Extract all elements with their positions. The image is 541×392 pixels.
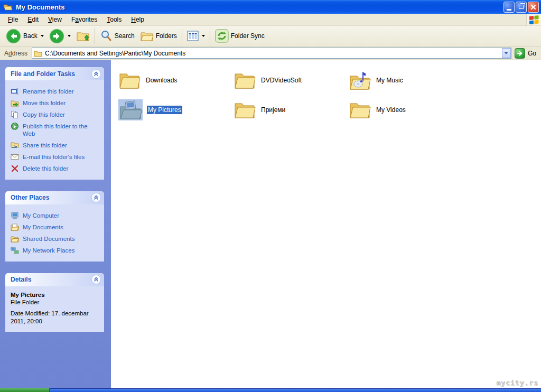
go-button[interactable] bbox=[515, 48, 525, 59]
folder-grid: Downloads DVDVideoSoft bbox=[115, 66, 541, 125]
folder-icon bbox=[234, 100, 256, 119]
place-my-documents[interactable]: My Documents bbox=[10, 221, 102, 233]
address-path: C:\Documents and Settings\Pantic\My Docu… bbox=[45, 50, 502, 57]
menu-edit[interactable]: Edit bbox=[23, 14, 43, 25]
place-my-network-places[interactable]: My Network Places bbox=[10, 245, 102, 256]
copy-icon bbox=[11, 110, 19, 119]
folder-icon bbox=[234, 71, 256, 90]
go-arrow-icon bbox=[517, 50, 523, 57]
taskbar-sliver bbox=[0, 388, 541, 392]
folder-item-my-pictures[interactable]: My Pictures bbox=[115, 95, 230, 125]
folder-item-my-music[interactable]: My Music bbox=[346, 66, 461, 95]
collapse-button[interactable] bbox=[91, 275, 101, 284]
watermark: mycity.rs bbox=[497, 379, 539, 387]
collapse-button[interactable] bbox=[91, 193, 101, 202]
forward-dropdown-icon[interactable] bbox=[68, 35, 71, 37]
close-button[interactable] bbox=[528, 2, 539, 13]
toolbar-separator bbox=[210, 28, 210, 44]
task-publish-folder[interactable]: Publish this folder to the Web bbox=[10, 120, 102, 139]
file-folder-tasks-body: Rename this folder Move this folder bbox=[5, 80, 104, 180]
address-dropdown-button[interactable] bbox=[502, 48, 511, 58]
email-icon bbox=[11, 153, 19, 161]
go-area: Go bbox=[515, 48, 539, 59]
task-copy-folder[interactable]: Copy this folder bbox=[10, 109, 102, 120]
details-header[interactable]: Details bbox=[5, 273, 104, 286]
views-button[interactable] bbox=[184, 30, 208, 42]
menu-file[interactable]: File bbox=[3, 14, 23, 25]
file-folder-tasks-panel: File and Folder Tasks Ren bbox=[5, 67, 104, 180]
toolbar-separator bbox=[182, 28, 182, 44]
taskbar-edge bbox=[50, 388, 541, 392]
chevron-down-icon bbox=[504, 52, 508, 54]
file-folder-tasks-header[interactable]: File and Folder Tasks bbox=[5, 67, 104, 80]
place-my-computer[interactable]: My Computer bbox=[10, 210, 102, 221]
chevron-up-icon bbox=[94, 71, 99, 77]
chevron-up-icon bbox=[94, 195, 99, 200]
details-body: My Pictures File Folder Date Modified: 1… bbox=[5, 286, 104, 332]
restore-button[interactable] bbox=[516, 2, 527, 13]
folder-item-downloads[interactable]: Downloads bbox=[115, 66, 230, 95]
views-icon bbox=[187, 31, 199, 41]
back-button[interactable]: Back bbox=[3, 27, 46, 45]
folder-pictures-selected-icon bbox=[118, 99, 143, 120]
content-area: File and Folder Tasks Ren bbox=[0, 60, 541, 388]
address-input[interactable]: C:\Documents and Settings\Pantic\My Docu… bbox=[32, 48, 511, 59]
other-places-header[interactable]: Other Places bbox=[5, 191, 104, 204]
delete-icon bbox=[11, 164, 19, 173]
task-move-folder[interactable]: Move this folder bbox=[10, 97, 102, 109]
folder-item-prijemi[interactable]: Пријеми bbox=[230, 95, 346, 125]
rename-icon bbox=[11, 87, 19, 96]
forward-button[interactable] bbox=[46, 27, 73, 45]
details-item-modified: Date Modified: 17. decembar 2011, 20:00 bbox=[11, 310, 100, 325]
my-network-places-icon bbox=[11, 246, 19, 255]
windows-logo bbox=[526, 14, 541, 25]
menu-favorites[interactable]: Favorites bbox=[67, 14, 102, 25]
task-rename-folder[interactable]: Rename this folder bbox=[10, 86, 102, 97]
start-button-edge[interactable] bbox=[0, 388, 50, 392]
search-icon bbox=[100, 30, 113, 42]
task-delete-folder[interactable]: Delete this folder bbox=[10, 163, 102, 174]
folder-music-icon bbox=[349, 70, 371, 91]
go-label[interactable]: Go bbox=[528, 50, 536, 57]
details-item-type: File Folder bbox=[11, 299, 100, 305]
panel-title: Details bbox=[11, 276, 31, 283]
folders-icon bbox=[140, 30, 154, 42]
up-folder-icon bbox=[76, 29, 90, 43]
my-documents-icon bbox=[11, 223, 19, 231]
back-dropdown-icon[interactable] bbox=[41, 35, 44, 37]
toolbar: Back Search bbox=[0, 26, 541, 46]
views-dropdown-icon[interactable] bbox=[202, 35, 205, 37]
details-panel: Details My Pictures File Folder Date Mod… bbox=[5, 273, 104, 332]
folder-item-dvdvideosoft[interactable]: DVDVideoSoft bbox=[230, 66, 346, 95]
folder-icon bbox=[349, 100, 371, 119]
address-label: Address bbox=[4, 50, 27, 57]
details-item-name: My Pictures bbox=[11, 292, 100, 298]
place-shared-documents[interactable]: Shared Documents bbox=[10, 233, 102, 245]
minimize-button[interactable] bbox=[503, 2, 515, 13]
folders-button[interactable]: Folders bbox=[137, 29, 180, 43]
menu-view[interactable]: View bbox=[43, 14, 67, 25]
folder-item-my-videos[interactable]: My Videos bbox=[346, 95, 461, 125]
collapse-button[interactable] bbox=[91, 69, 101, 79]
close-icon bbox=[530, 4, 536, 10]
file-list-area[interactable]: Downloads DVDVideoSoft bbox=[111, 60, 541, 388]
other-places-panel: Other Places bbox=[5, 191, 104, 262]
chevron-up-icon bbox=[94, 277, 99, 282]
menu-tools[interactable]: Tools bbox=[102, 14, 126, 25]
task-pane-sidebar: File and Folder Tasks Ren bbox=[0, 60, 111, 388]
my-computer-icon bbox=[11, 211, 19, 220]
other-places-body: My Computer My Documents bbox=[5, 204, 104, 262]
up-button[interactable] bbox=[73, 28, 92, 44]
panel-title: Other Places bbox=[11, 194, 49, 201]
address-folder-icon bbox=[34, 50, 42, 57]
search-button[interactable]: Search bbox=[97, 29, 137, 43]
address-bar: Address C:\Documents and Settings\Pantic… bbox=[0, 46, 541, 60]
shared-documents-icon bbox=[11, 235, 19, 243]
task-email-folder-files[interactable]: E-mail this folder's files bbox=[10, 151, 102, 163]
task-share-folder[interactable]: Share this folder bbox=[10, 139, 102, 151]
menu-help[interactable]: Help bbox=[126, 14, 149, 25]
folder-sync-button[interactable]: Folder Sync bbox=[212, 28, 267, 44]
folder-icon bbox=[118, 71, 141, 90]
panel-title: File and Folder Tasks bbox=[11, 70, 75, 78]
share-icon bbox=[11, 141, 19, 150]
